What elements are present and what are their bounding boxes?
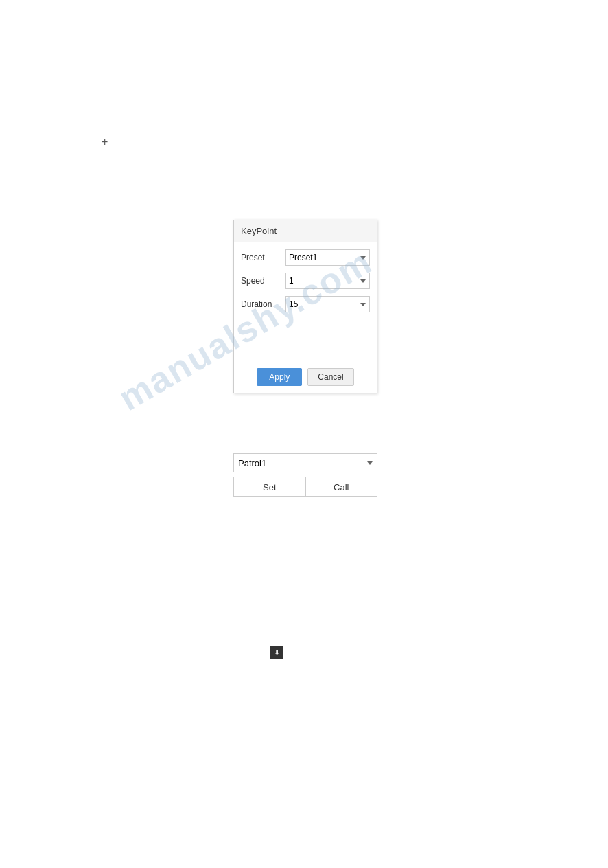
keypoint-dialog-body: Preset Preset1 Preset2 Preset3 Speed 1 2… <box>234 242 377 361</box>
apply-button[interactable]: Apply <box>257 368 302 386</box>
bottom-divider <box>27 806 581 806</box>
duration-label: Duration <box>241 299 285 309</box>
preset-row: Preset Preset1 Preset2 Preset3 <box>241 249 370 266</box>
cancel-button[interactable]: Cancel <box>307 368 353 386</box>
preset-label: Preset <box>241 253 285 262</box>
add-keypoint-icon[interactable]: + <box>102 136 108 148</box>
preset-select[interactable]: Preset1 Preset2 Preset3 <box>285 249 370 266</box>
spacer <box>241 319 370 354</box>
duration-row: Duration 5 10 15 20 30 <box>241 296 370 312</box>
patrol-select[interactable]: Patrol1 Patrol2 Patrol3 <box>233 453 377 472</box>
set-button[interactable]: Set <box>233 477 306 497</box>
patrol-dropdown-row: Patrol1 Patrol2 Patrol3 <box>233 453 377 472</box>
keypoint-dialog-title: KeyPoint <box>234 220 377 242</box>
download-icon[interactable] <box>270 646 283 659</box>
speed-row: Speed 1 2 3 4 5 <box>241 273 370 289</box>
keypoint-dialog: KeyPoint Preset Preset1 Preset2 Preset3 … <box>233 220 377 393</box>
keypoint-dialog-footer: Apply Cancel <box>234 361 377 393</box>
duration-select[interactable]: 5 10 15 20 30 <box>285 296 370 312</box>
call-button[interactable]: Call <box>306 477 378 497</box>
speed-select[interactable]: 1 2 3 4 5 <box>285 273 370 289</box>
top-divider <box>27 62 581 62</box>
speed-label: Speed <box>241 276 285 286</box>
patrol-section: Patrol1 Patrol2 Patrol3 Set Call <box>233 453 377 497</box>
patrol-buttons: Set Call <box>233 477 377 497</box>
